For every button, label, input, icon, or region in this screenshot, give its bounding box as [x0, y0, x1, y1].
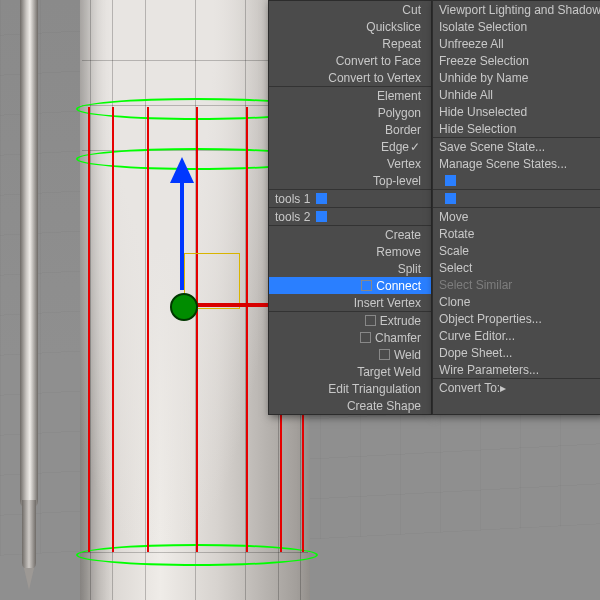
menu-item[interactable]: Wire Parameters...	[433, 361, 600, 378]
option-box-icon	[365, 315, 376, 326]
menu-item: Select Similar	[433, 276, 600, 293]
menu-item[interactable]: Chamfer	[269, 329, 431, 346]
menu-item[interactable]: Move	[433, 208, 600, 225]
menu-item-label: Border	[385, 123, 421, 137]
menu-item-label: Polygon	[378, 106, 421, 120]
quad-menu-title: tools 2	[269, 208, 431, 226]
menu-item[interactable]: Unhide All	[433, 86, 600, 103]
menu-item[interactable]: Weld	[269, 346, 431, 363]
menu-item-label: Select	[439, 261, 472, 275]
selected-edge[interactable]	[147, 107, 149, 552]
menu-item[interactable]: Hide Unselected	[433, 103, 600, 120]
menu-item[interactable]: Insert Vertex	[269, 294, 431, 311]
menu-item[interactable]: Scale	[433, 242, 600, 259]
menu-item-label: Hide Unselected	[439, 105, 527, 119]
quad-menu: CutQuicksliceRepeatConvert to FaceConver…	[268, 0, 600, 415]
menu-item[interactable]: Edit Triangulation	[269, 380, 431, 397]
selected-edge[interactable]	[112, 107, 114, 552]
menu-item-label: Save Scene State...	[439, 140, 545, 154]
quad-menu-title	[433, 190, 600, 208]
menu-item[interactable]: Hide Selection	[433, 120, 600, 137]
menu-item-label: Viewport Lighting and Shadows	[439, 3, 600, 17]
menu-item-label: Select Similar	[439, 278, 512, 292]
menu-item-label: Object Properties...	[439, 312, 542, 326]
menu-item[interactable]: Create	[269, 226, 431, 243]
quad-title-label: tools 2	[275, 210, 310, 224]
menu-item[interactable]: Isolate Selection	[433, 18, 600, 35]
menu-item-label: Manage Scene States...	[439, 157, 567, 171]
menu-item[interactable]: Cut	[269, 1, 431, 18]
menu-item-label: Remove	[376, 245, 421, 259]
menu-item-label: Target Weld	[357, 365, 421, 379]
menu-item[interactable]: Polygon	[269, 104, 431, 121]
menu-item-label: Cut	[402, 3, 421, 17]
menu-item[interactable]: Convert To: ▸	[433, 379, 600, 396]
menu-item[interactable]: Element	[269, 87, 431, 104]
menu-item[interactable]: Vertex	[269, 155, 431, 172]
model-hose-cone	[24, 568, 34, 590]
menu-item-label: Split	[398, 262, 421, 276]
menu-item[interactable]: Split	[269, 260, 431, 277]
menu-item[interactable]: Convert to Vertex	[269, 69, 431, 86]
menu-item-label: Dope Sheet...	[439, 346, 512, 360]
menu-item-label: Convert to Face	[336, 54, 421, 68]
menu-item-label: Top-level	[373, 174, 421, 188]
selected-edge[interactable]	[246, 107, 248, 552]
menu-item[interactable]: Quickslice	[269, 18, 431, 35]
menu-item-label: Curve Editor...	[439, 329, 515, 343]
menu-item[interactable]: Curve Editor...	[433, 327, 600, 344]
menu-item[interactable]: Create Shape	[269, 397, 431, 414]
quad-menu-right[interactable]: Viewport Lighting and Shadows ▸Isolate S…	[432, 0, 600, 415]
submenu-arrow-icon: ▸	[500, 381, 506, 395]
menu-item[interactable]: Edge✓	[269, 138, 431, 155]
menu-item-label: Create	[385, 228, 421, 242]
selected-edge[interactable]	[196, 107, 198, 552]
menu-item-label: Edge	[381, 140, 409, 154]
option-box-icon	[379, 349, 390, 360]
menu-item[interactable]: Select	[433, 259, 600, 276]
menu-item-label: Extrude	[380, 314, 421, 328]
menu-item-label: Isolate Selection	[439, 20, 527, 34]
menu-item-label: Scale	[439, 244, 469, 258]
menu-item[interactable]: Manage Scene States...	[433, 155, 600, 172]
quad-swatch-icon	[316, 193, 327, 204]
menu-item-label: Repeat	[382, 37, 421, 51]
menu-item-label: Freeze Selection	[439, 54, 529, 68]
menu-item[interactable]: Top-level	[269, 172, 431, 189]
check-icon: ✓	[409, 140, 421, 154]
menu-item[interactable]: Viewport Lighting and Shadows ▸	[433, 1, 600, 18]
menu-item-connect[interactable]: Connect	[269, 277, 431, 294]
menu-item-label: Element	[377, 89, 421, 103]
model-hose-tip	[22, 500, 36, 570]
menu-item[interactable]: Dope Sheet...	[433, 344, 600, 361]
menu-item-label: Convert to Vertex	[328, 71, 421, 85]
menu-item[interactable]: Clone	[433, 293, 600, 310]
menu-item-label: Chamfer	[375, 331, 421, 345]
menu-item[interactable]: Repeat	[269, 35, 431, 52]
selected-edge[interactable]	[88, 107, 90, 552]
menu-item[interactable]: Convert to Face	[269, 52, 431, 69]
menu-item[interactable]: Freeze Selection	[433, 52, 600, 69]
menu-item-label: Create Shape	[347, 399, 421, 413]
menu-item[interactable]: Remove	[269, 243, 431, 260]
option-box-icon	[361, 280, 372, 291]
menu-item-label: Quickslice	[366, 20, 421, 34]
wire-v	[145, 0, 146, 600]
menu-item-label: Unfreeze All	[439, 37, 504, 51]
menu-item[interactable]: Rotate	[433, 225, 600, 242]
menu-item-label: Insert Vertex	[354, 296, 421, 310]
quad-menu-left[interactable]: CutQuicksliceRepeatConvert to FaceConver…	[268, 0, 432, 415]
menu-item[interactable]: Unfreeze All	[433, 35, 600, 52]
menu-item[interactable]: Extrude	[269, 312, 431, 329]
menu-item-label: Clone	[439, 295, 470, 309]
menu-item-label: Vertex	[387, 157, 421, 171]
menu-item[interactable]: Object Properties...	[433, 310, 600, 327]
menu-item[interactable]: Border	[269, 121, 431, 138]
menu-item[interactable]: Target Weld	[269, 363, 431, 380]
wire-v	[90, 0, 91, 600]
menu-item[interactable]: Save Scene State...	[433, 138, 600, 155]
menu-item[interactable]: Unhide by Name	[433, 69, 600, 86]
menu-item-label: Weld	[394, 348, 421, 362]
quad-menu-title	[433, 172, 600, 190]
menu-item-label: Rotate	[439, 227, 474, 241]
